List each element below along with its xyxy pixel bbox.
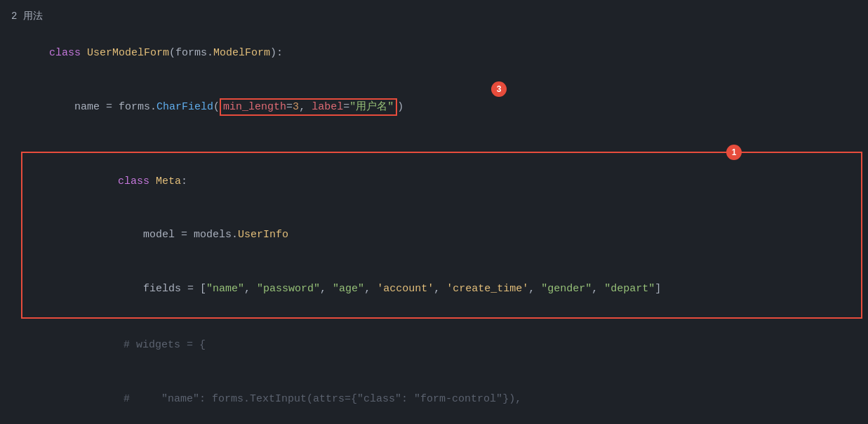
section-header: 2 用法 [0, 6, 868, 27]
box3-highlight: min_length=3, label="用户名" [220, 98, 397, 116]
box1: class Meta: model = models.UserInfo fiel… [21, 152, 862, 319]
comment-widgets: # widgets = { [0, 319, 868, 373]
code-container: 2 用法 class UserModelForm(forms.ModelForm… [0, 0, 868, 424]
keyword-class: class [49, 47, 87, 59]
class-meta-line: class Meta: [22, 154, 861, 208]
class-name: UserModelForm [87, 47, 169, 59]
class-def-line: class UserModelForm(forms.ModelForm): [0, 27, 868, 81]
box1-wrapper: 1 class Meta: model = models.UserInfo fi… [0, 152, 868, 319]
comment-name: # "name": forms.TextInput(attrs={"class"… [0, 372, 868, 424]
fields-line: fields = ["name", "password", "age", 'ac… [22, 262, 861, 316]
model-line: model = models.UserInfo [22, 208, 861, 263]
name-field-line: name = forms.CharField(min_length=3, lab… [0, 80, 868, 134]
